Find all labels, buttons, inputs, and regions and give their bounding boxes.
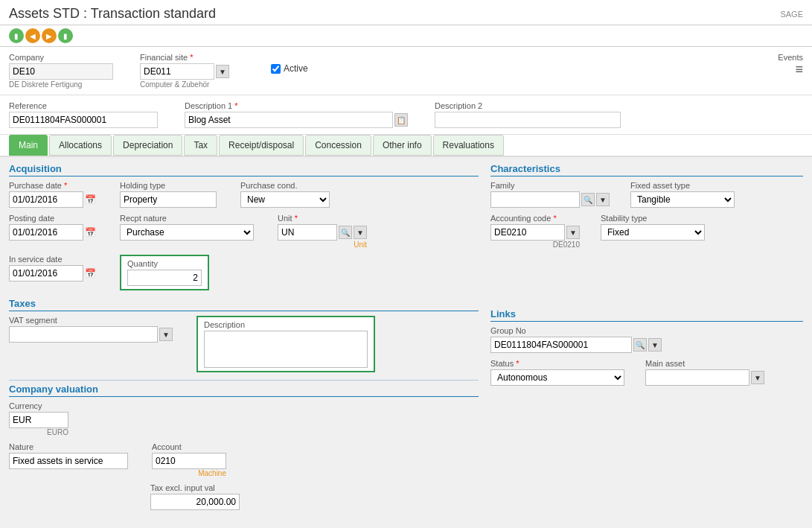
desc1-group: Description 1 * 📋 (185, 101, 408, 128)
group-no-input[interactable] (490, 337, 632, 353)
desc2-input[interactable] (435, 112, 621, 128)
posting-date-input[interactable] (9, 224, 83, 241)
sage-logo: SAGE (780, 10, 803, 19)
accounting-code-group: Accounting code * ▼ DE0210 (490, 214, 580, 249)
desc2-label: Description 2 (435, 101, 621, 110)
unit-sublabel: Unit (278, 241, 367, 249)
purchase-cond-group: Purchase cond. New Used (240, 181, 330, 208)
main-asset-group: Main asset ▼ (645, 359, 764, 386)
characteristics-title: Characteristics (490, 163, 803, 176)
recpt-nature-select[interactable]: Purchase (120, 224, 254, 241)
active-group: Active (271, 53, 308, 74)
vat-segment-input[interactable] (9, 326, 158, 343)
quantity-label: Quantity (127, 259, 202, 268)
reference-group: Reference (9, 101, 158, 128)
main-content: Acquisition Purchase date * 📅 Holding ty… (0, 157, 812, 524)
purchase-cond-select[interactable]: New Used (240, 191, 330, 208)
stability-type-select[interactable]: Fixed Variable (601, 224, 705, 241)
tab-concession[interactable]: Concession (305, 135, 371, 156)
events-label: Events (778, 53, 803, 62)
financial-site-input[interactable] (140, 63, 214, 80)
tab-otherinfo[interactable]: Other info (373, 135, 432, 156)
vat-segment-picker[interactable]: ▼ (159, 328, 173, 341)
vat-segment-label: VAT segment (9, 316, 173, 325)
status-select[interactable]: Autonomous Component (490, 369, 624, 386)
account-label: Account (152, 442, 226, 451)
accounting-code-sublabel: DE0210 (490, 241, 580, 249)
family-search-icon[interactable]: 🔍 (581, 193, 595, 206)
main-asset-picker[interactable]: ▼ (751, 371, 764, 384)
group-no-group: Group No 🔍 ▼ (490, 326, 662, 353)
group-no-label: Group No (490, 326, 662, 335)
main-asset-input[interactable] (645, 369, 749, 386)
reference-input[interactable] (9, 112, 158, 128)
group-no-search-icon[interactable]: 🔍 (633, 338, 647, 352)
company-label: Company (9, 53, 113, 62)
tab-receipt[interactable]: Receipt/disposal (219, 135, 304, 156)
holding-type-input[interactable] (120, 191, 217, 208)
tax-excl-input[interactable] (150, 494, 240, 510)
recpt-nature-group: Recpt nature Purchase (120, 214, 254, 241)
financial-site-group: Financial site * ▼ Computer & Zubehör (140, 53, 229, 89)
events-icon[interactable]: ≡ (795, 62, 803, 77)
fixed-asset-type-group: Fixed asset type Tangible Intangible (630, 181, 735, 208)
unit-group: Unit * 🔍 ▼ Unit (278, 214, 367, 249)
tab-tax[interactable]: Tax (184, 135, 217, 156)
last-button[interactable]: ▮ (58, 28, 73, 43)
accounting-code-picker[interactable]: ▼ (566, 226, 580, 239)
desc1-input[interactable] (185, 112, 393, 128)
account-group: Account Machine (152, 442, 226, 477)
purchase-date-label: Purchase date * (9, 181, 96, 190)
nature-input[interactable] (9, 453, 128, 469)
description-label: Description (204, 320, 368, 329)
company-sublabel: DE Diskrete Fertigung (9, 80, 113, 89)
accounting-code-input[interactable] (490, 224, 565, 241)
stability-type-label: Stability type (601, 214, 705, 223)
events-group: Events ≡ (778, 53, 803, 77)
family-picker-icon[interactable]: ▼ (596, 193, 610, 206)
taxes-title: Taxes (9, 298, 479, 311)
toolbar: ▮ ◀ ▶ ▮ (0, 25, 812, 47)
desc1-picker[interactable]: 📋 (394, 113, 408, 127)
family-input[interactable] (490, 191, 580, 208)
group-no-picker-icon[interactable]: ▼ (648, 338, 662, 352)
description-group: Description (196, 316, 375, 372)
company-input[interactable] (9, 63, 113, 80)
account-input[interactable] (152, 453, 226, 469)
first-button[interactable]: ▮ (9, 28, 24, 43)
posting-date-calendar-icon[interactable]: 📅 (85, 227, 96, 238)
purchase-cond-label: Purchase cond. (240, 181, 330, 190)
unit-search-icon[interactable]: 🔍 (339, 226, 352, 239)
fixed-asset-type-label: Fixed asset type (630, 181, 735, 190)
financial-site-picker[interactable]: ▼ (216, 65, 229, 78)
in-service-calendar-icon[interactable]: 📅 (85, 268, 96, 279)
right-column: Characteristics Family 🔍 ▼ Fixed asset t… (490, 163, 803, 518)
acquisition-section: Acquisition Purchase date * 📅 Holding ty… (9, 163, 479, 290)
posting-date-cal: 📅 (9, 224, 96, 241)
currency-input[interactable] (9, 412, 68, 428)
tab-depreciation[interactable]: Depreciation (113, 135, 182, 156)
in-service-input[interactable] (9, 265, 83, 282)
acquisition-title: Acquisition (9, 163, 479, 176)
quantity-input[interactable] (127, 270, 202, 286)
active-label: Active (271, 63, 308, 74)
financial-site-label: Financial site * (140, 53, 229, 62)
unit-picker-icon[interactable]: ▼ (354, 226, 367, 239)
description-textarea[interactable] (204, 331, 368, 368)
currency-group: Currency EURO (9, 401, 68, 436)
tab-main[interactable]: Main (9, 135, 48, 156)
next-button[interactable]: ▶ (42, 28, 57, 43)
purchase-date-input[interactable] (9, 191, 83, 208)
purchase-date-calendar-icon[interactable]: 📅 (85, 194, 96, 205)
unit-input[interactable] (278, 224, 337, 241)
tab-allocations[interactable]: Allocations (49, 135, 112, 156)
tab-revaluations[interactable]: Revaluations (433, 135, 504, 156)
fixed-asset-type-select[interactable]: Tangible Intangible (630, 191, 735, 208)
unit-search: 🔍 ▼ (278, 224, 367, 241)
active-checkbox[interactable] (271, 64, 281, 74)
in-service-group: In service date 📅 (9, 255, 96, 282)
prev-button[interactable]: ◀ (25, 28, 40, 43)
financial-site-sublabel: Computer & Zubehör (140, 80, 229, 89)
reference-label: Reference (9, 101, 158, 110)
desc2-group: Description 2 (435, 101, 621, 128)
